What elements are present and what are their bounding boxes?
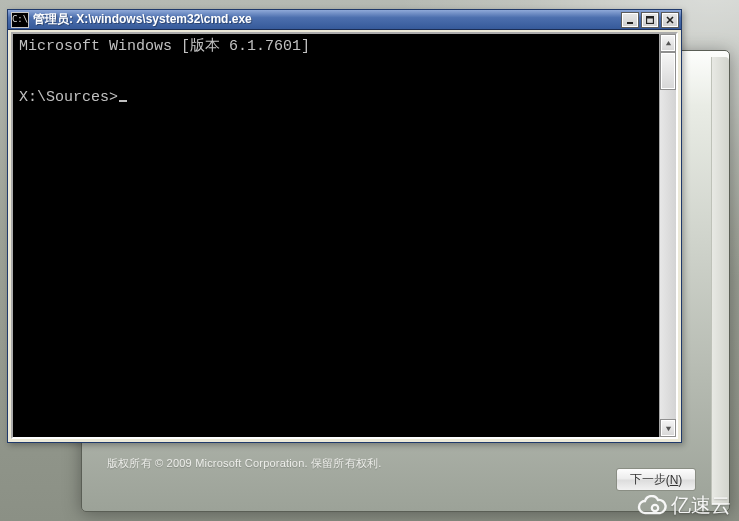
window-controls [619,12,679,28]
window-title: 管理员: X:\windows\system32\cmd.exe [33,11,619,28]
scroll-thumb[interactable] [660,52,676,90]
next-button-label: 下一步 [630,471,666,488]
cmd-icon: C:\ [11,12,29,28]
scroll-up-button[interactable] [660,34,676,52]
cursor-icon [119,100,127,102]
svg-rect-2 [647,16,654,18]
next-button-hotkey: (N) [666,473,683,487]
close-button[interactable] [661,12,679,28]
svg-point-3 [652,504,658,510]
titlebar[interactable]: C:\ 管理员: X:\windows\system32\cmd.exe [8,10,681,30]
client-area: Microsoft Windows [版本 6.1.7601] X:\Sourc… [11,32,678,439]
terminal-prompt: X:\Sources> [19,89,118,106]
installer-scrollbar[interactable] [711,57,729,505]
minimize-button[interactable] [621,12,639,28]
cmd-window: C:\ 管理员: X:\windows\system32\cmd.exe Mic… [7,9,682,443]
maximize-button[interactable] [641,12,659,28]
watermark-text: 亿速云 [671,492,731,519]
terminal-scrollbar[interactable] [659,34,676,437]
terminal-line: Microsoft Windows [版本 6.1.7601] [19,38,310,55]
copyright-text: 版权所有 © 2009 Microsoft Corporation. 保留所有权… [107,456,381,471]
watermark: 亿速云 [637,492,731,519]
terminal-output[interactable]: Microsoft Windows [版本 6.1.7601] X:\Sourc… [13,34,659,437]
cloud-icon [637,495,667,517]
next-button[interactable]: 下一步 (N) [616,468,696,491]
scroll-track[interactable] [660,52,676,419]
svg-rect-0 [627,22,633,24]
scroll-down-button[interactable] [660,419,676,437]
